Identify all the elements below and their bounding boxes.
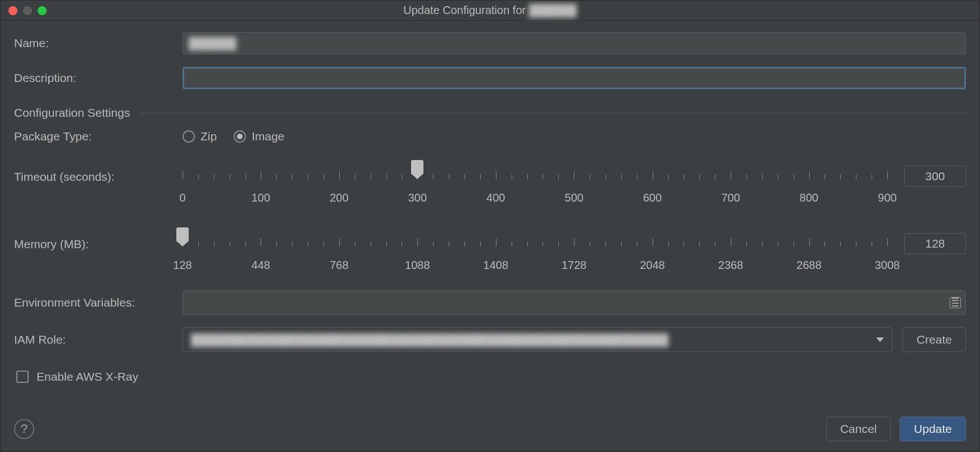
radio-icon (234, 130, 246, 143)
package-type-label: Package Type: (14, 130, 183, 143)
iam-role-select[interactable]: ████████████████████████████████████████… (183, 327, 892, 352)
window-controls (1, 6, 47, 15)
radio-label-zip: Zip (200, 130, 217, 143)
list-icon[interactable] (950, 297, 961, 308)
timeout-value[interactable]: 300 (904, 166, 966, 187)
enable-xray-label: Enable AWS X-Ray (37, 370, 138, 383)
window-title-prefix: Update Configuration for (403, 4, 528, 16)
create-role-button[interactable]: Create (902, 327, 966, 352)
section-rule (139, 113, 966, 113)
configuration-settings-header: Configuration Settings (14, 106, 130, 120)
slider-tick-label: 600 (643, 191, 662, 204)
slider-tick-label: 100 (252, 191, 270, 204)
memory-label: Memory (MB): (14, 223, 183, 251)
slider-tick-label: 300 (408, 191, 427, 204)
update-button[interactable]: Update (900, 417, 966, 441)
timeout-slider[interactable]: 0100200300400500600700800900 (183, 156, 887, 207)
package-type-zip-radio[interactable]: Zip (183, 130, 217, 143)
memory-value[interactable]: 128 (904, 233, 966, 254)
description-input[interactable] (189, 71, 959, 85)
slider-tick-label: 800 (800, 191, 818, 204)
slider-tick-label: 2368 (718, 259, 744, 272)
name-label: Name: (14, 36, 183, 50)
slider-tick-label: 3008 (875, 259, 900, 272)
slider-tick-label: 768 (330, 259, 348, 272)
slider-tick-label: 2048 (640, 259, 665, 272)
slider-thumb[interactable] (411, 160, 423, 175)
name-field[interactable]: ██████ (183, 32, 966, 54)
iam-role-label: IAM Role: (14, 333, 183, 346)
chevron-down-icon (876, 337, 884, 342)
maximize-window-button[interactable] (38, 6, 47, 15)
iam-role-value: ████████████████████████████████████████… (191, 334, 668, 346)
radio-icon (183, 130, 195, 143)
checkbox-icon (16, 371, 29, 383)
slider-tick-label: 900 (878, 191, 896, 204)
help-button[interactable]: ? (14, 419, 34, 439)
slider-tick-label: 1088 (405, 259, 430, 272)
minimize-window-button[interactable] (23, 6, 32, 15)
description-label: Description: (14, 71, 183, 85)
description-field[interactable] (183, 67, 966, 89)
slider-tick-label: 200 (330, 191, 348, 204)
slider-tick-label: 2688 (796, 259, 822, 272)
slider-tick-label: 0 (179, 191, 185, 204)
env-vars-field[interactable] (183, 290, 966, 315)
env-vars-label: Environment Variables: (14, 296, 183, 309)
slider-tick-label: 448 (252, 259, 270, 272)
window-title-name: ██████ (529, 4, 577, 17)
timeout-label: Timeout (seconds): (14, 156, 183, 184)
slider-tick-label: 700 (721, 191, 740, 204)
slider-tick-label: 400 (486, 191, 505, 204)
name-value: ██████ (189, 37, 236, 50)
slider-tick-label: 128 (173, 259, 192, 272)
slider-tick-label: 1728 (562, 259, 587, 272)
cancel-button[interactable]: Cancel (826, 417, 891, 441)
slider-thumb[interactable] (176, 227, 189, 242)
close-window-button[interactable] (8, 6, 17, 15)
memory-slider[interactable]: 1284487681088140817282048236826883008 (183, 223, 887, 275)
title-bar: Update Configuration for ██████ (1, 1, 979, 21)
slider-tick-label: 500 (565, 191, 584, 204)
package-type-image-radio[interactable]: Image (234, 130, 284, 143)
enable-xray-checkbox[interactable]: Enable AWS X-Ray (16, 370, 966, 383)
slider-tick-label: 1408 (484, 259, 509, 272)
window-title: Update Configuration for ██████ (1, 4, 979, 17)
radio-label-image: Image (252, 130, 284, 143)
